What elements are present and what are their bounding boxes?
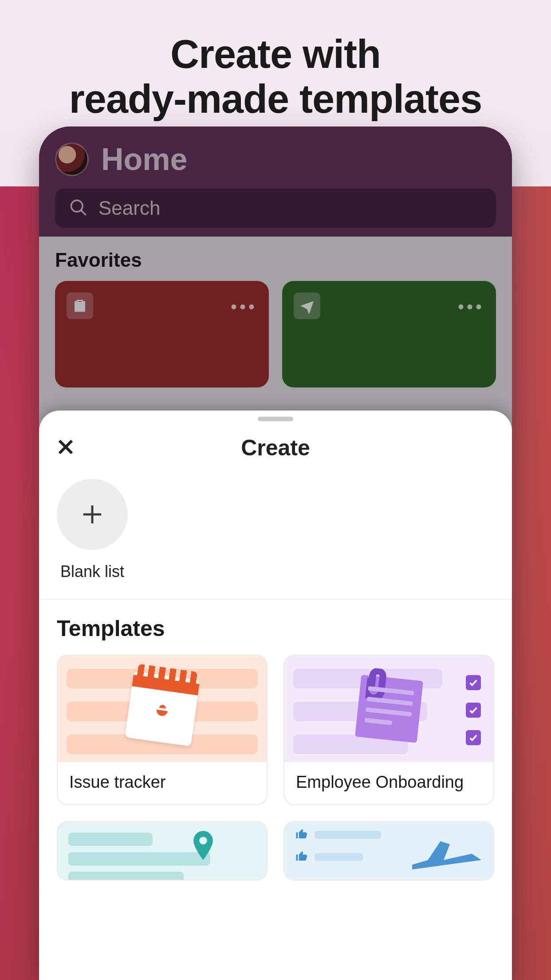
blank-list-button[interactable]: Blank list (57, 479, 128, 581)
blank-list-label: Blank list (60, 562, 124, 581)
template-thumbnail (284, 822, 493, 880)
phone-frame: Home Search Favorites ••• (39, 126, 512, 980)
checklist-icon (466, 675, 481, 745)
template-employee-onboarding[interactable]: Employee Onboarding (283, 655, 494, 805)
sheet-title: Create (241, 435, 310, 461)
note-clip-icon (355, 675, 423, 743)
more-icon[interactable]: ••• (458, 297, 484, 317)
sheet-grabber[interactable] (258, 417, 293, 421)
promo-headline-line1: Create with (0, 32, 551, 77)
template-card[interactable] (283, 821, 494, 881)
plus-icon (57, 479, 128, 550)
airplane-icon (409, 835, 484, 877)
airplane-icon (294, 292, 320, 319)
avatar[interactable] (55, 142, 89, 176)
svg-line-1 (81, 210, 85, 214)
template-thumbnail (58, 822, 267, 880)
more-icon[interactable]: ••• (231, 297, 257, 317)
thumbs-up-icon (295, 827, 308, 842)
promo-headline: Create with ready-made templates (0, 32, 551, 122)
promo-headline-line2: ready-made templates (0, 77, 551, 122)
template-thumbnail (58, 656, 267, 762)
search-icon (68, 198, 88, 219)
favorite-card[interactable]: ••• (282, 281, 496, 387)
template-issue-tracker[interactable]: Issue tracker (57, 655, 268, 805)
close-icon (56, 438, 75, 458)
template-thumbnail (284, 656, 493, 762)
template-label: Issue tracker (58, 762, 267, 804)
page-title: Home (101, 142, 187, 177)
templates-heading: Templates (57, 616, 494, 641)
thumbs-up-icon (295, 850, 308, 865)
search-input[interactable]: Search (55, 189, 496, 228)
calendar-bug-icon (125, 671, 200, 746)
search-placeholder: Search (98, 197, 160, 219)
map-pin-icon (191, 831, 216, 864)
close-button[interactable] (52, 435, 79, 461)
favorite-card[interactable]: ••• (55, 281, 269, 387)
create-sheet: Create Blank list Templates (39, 411, 512, 980)
app-header: Home Search (39, 126, 512, 237)
clipboard-icon (67, 292, 93, 319)
favorites-heading: Favorites (55, 249, 496, 271)
template-label: Employee Onboarding (284, 762, 493, 804)
template-card[interactable] (57, 821, 268, 881)
